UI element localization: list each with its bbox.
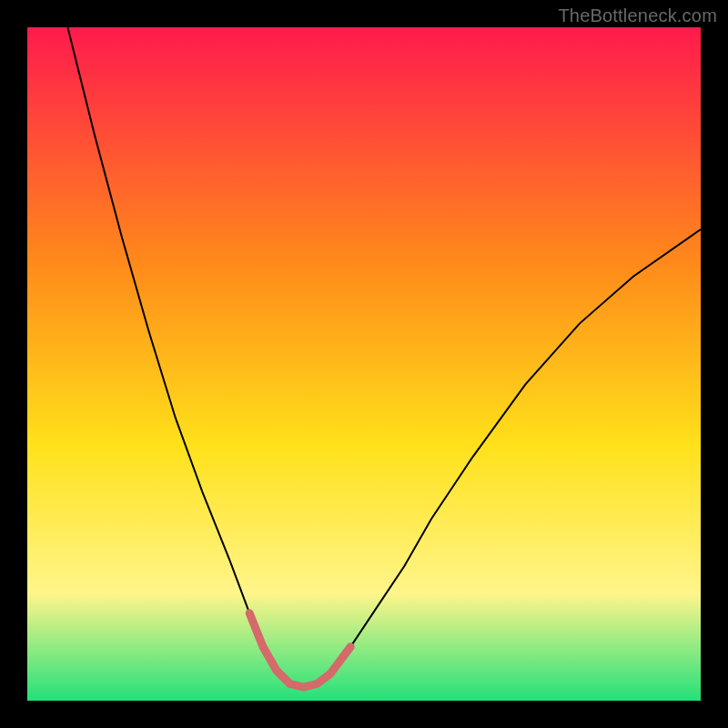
chart-stage: TheBottleneck.com — [0, 0, 728, 728]
bottleneck-chart — [27, 27, 701, 701]
watermark-text: TheBottleneck.com — [558, 5, 717, 26]
chart-background — [27, 27, 701, 701]
